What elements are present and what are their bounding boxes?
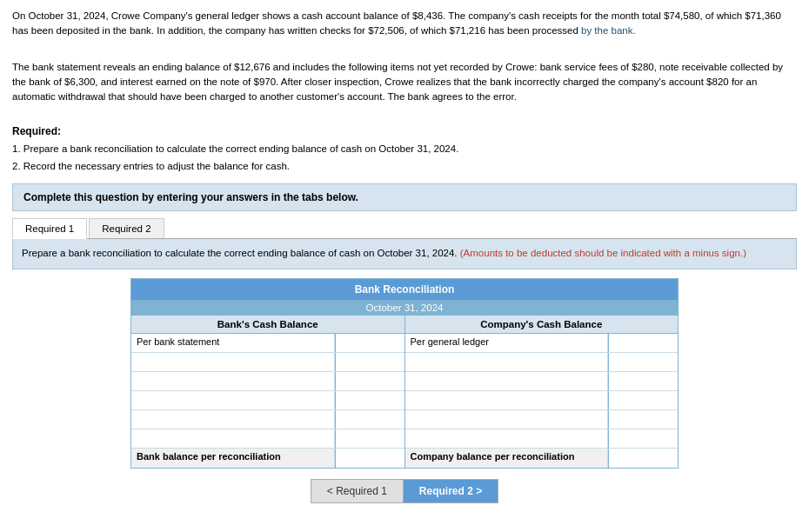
bank-total-input[interactable] xyxy=(335,449,404,468)
blue-text-1: by the bank. xyxy=(581,25,636,36)
bank-row-1: Per bank statement xyxy=(131,334,404,353)
instruction-box: Prepare a bank reconciliation to calcula… xyxy=(12,239,797,269)
bank-row2-label xyxy=(131,353,335,371)
required-list: 1. Prepare a bank reconciliation to calc… xyxy=(12,141,797,175)
company-row4-input[interactable] xyxy=(608,391,678,409)
bank-input-6[interactable] xyxy=(339,432,401,442)
recon-title: Bank Reconciliation xyxy=(131,279,678,300)
company-row-2 xyxy=(405,353,679,372)
bank-row4-label xyxy=(131,391,335,409)
company-row-4 xyxy=(405,391,679,410)
company-input-1[interactable] xyxy=(612,336,674,347)
bank-row5-input[interactable] xyxy=(335,410,404,429)
company-total-input[interactable] xyxy=(608,449,678,468)
company-row5-label xyxy=(405,410,609,429)
bank-row2-input[interactable] xyxy=(335,353,404,371)
bank-row4-input[interactable] xyxy=(335,391,404,409)
company-side: Per general ledger xyxy=(405,334,679,468)
recon-subtitle: October 31, 2024 xyxy=(131,300,678,316)
intro-paragraph1: On October 31, 2024, Crowe Company's gen… xyxy=(12,9,797,39)
bank-input-2[interactable] xyxy=(339,356,401,366)
bank-input-4[interactable] xyxy=(339,394,401,404)
company-row1-label: Per general ledger xyxy=(405,334,609,352)
recon-col-headers: Bank's Cash Balance Company's Cash Balan… xyxy=(131,316,678,334)
bank-input-1[interactable] xyxy=(339,336,401,347)
bank-row-2 xyxy=(131,353,404,372)
company-input-5[interactable] xyxy=(612,413,674,423)
bank-side: Per bank statement xyxy=(131,334,405,468)
company-row-total: Company balance per reconciliation xyxy=(405,449,679,468)
bank-row6-input[interactable] xyxy=(335,429,404,448)
company-row2-input[interactable] xyxy=(608,353,678,371)
next-button[interactable]: Required 2 > xyxy=(403,479,498,503)
bank-input-3[interactable] xyxy=(339,375,401,385)
bank-total-label: Bank balance per reconciliation xyxy=(131,449,335,468)
intro-paragraph2: The bank statement reveals an ending bal… xyxy=(12,60,797,105)
company-col-header: Company's Cash Balance xyxy=(405,316,679,333)
bank-row1-input[interactable] xyxy=(335,334,404,352)
prev-button[interactable]: < Required 1 xyxy=(311,479,403,503)
company-row6-label xyxy=(405,429,609,448)
bank-row3-input[interactable] xyxy=(335,372,404,390)
recon-body: Per bank statement xyxy=(131,334,678,468)
bank-row1-label: Per bank statement xyxy=(131,334,335,352)
tabs-row: Required 1 Required 2 xyxy=(12,218,797,239)
bank-row-6 xyxy=(131,429,404,449)
company-row6-input[interactable] xyxy=(608,429,678,448)
bank-col-header: Bank's Cash Balance xyxy=(131,316,405,333)
bank-row5-label xyxy=(131,410,335,429)
instruction-paren: (Amounts to be deducted should be indica… xyxy=(460,248,746,258)
company-row4-label xyxy=(405,391,609,409)
company-input-6[interactable] xyxy=(612,432,674,442)
company-row-1: Per general ledger xyxy=(405,334,679,353)
bank-row-4 xyxy=(131,391,404,410)
tab-required1[interactable]: Required 1 xyxy=(12,218,87,239)
company-row-6 xyxy=(405,429,679,449)
company-row3-input[interactable] xyxy=(608,372,678,390)
company-input-4[interactable] xyxy=(612,394,674,404)
company-row3-label xyxy=(405,372,609,390)
company-row2-label xyxy=(405,353,609,371)
company-row-3 xyxy=(405,372,679,391)
bank-row-3 xyxy=(131,372,404,391)
company-total-label: Company balance per reconciliation xyxy=(405,449,609,468)
company-input-total[interactable] xyxy=(612,451,674,462)
company-row-5 xyxy=(405,410,679,429)
company-row1-input[interactable] xyxy=(608,334,678,352)
bank-input-total[interactable] xyxy=(339,451,401,462)
complete-box: Complete this question by entering your … xyxy=(12,183,797,211)
required-header: Required: xyxy=(12,125,797,137)
nav-buttons: < Required 1 Required 2 > xyxy=(12,479,797,503)
bank-row6-label xyxy=(131,429,335,448)
company-row5-input[interactable] xyxy=(608,410,678,429)
required-item-2: 2. Record the necessary entries to adjus… xyxy=(12,158,797,176)
required-item-1: 1. Prepare a bank reconciliation to calc… xyxy=(12,141,797,158)
tab-required2[interactable]: Required 2 xyxy=(89,218,164,238)
company-input-3[interactable] xyxy=(612,375,674,385)
recon-table: Bank Reconciliation October 31, 2024 Ban… xyxy=(130,278,679,469)
bank-row3-label xyxy=(131,372,335,390)
bank-row-total: Bank balance per reconciliation xyxy=(131,449,404,468)
bank-input-5[interactable] xyxy=(339,413,401,423)
company-input-2[interactable] xyxy=(612,356,674,366)
bank-row-5 xyxy=(131,410,404,429)
